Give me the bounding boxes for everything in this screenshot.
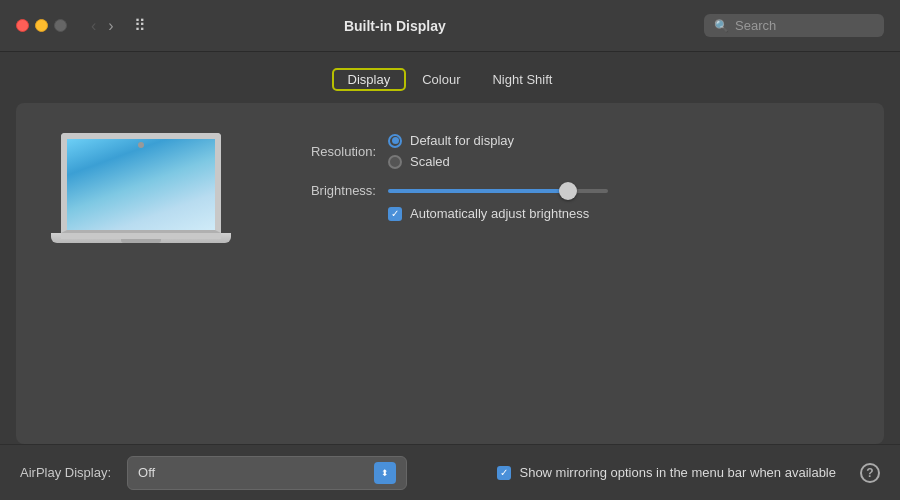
laptop-screen-inner bbox=[67, 139, 215, 230]
settings-options: Resolution: Default for display Scaled B… bbox=[286, 123, 854, 221]
resolution-label: Resolution: bbox=[286, 144, 376, 159]
brightness-label: Brightness: bbox=[286, 183, 376, 198]
minimize-button[interactable] bbox=[35, 19, 48, 32]
traffic-lights bbox=[16, 19, 67, 32]
tab-display[interactable]: Display bbox=[332, 68, 407, 91]
auto-brightness-checkbox[interactable]: ✓ bbox=[388, 207, 402, 221]
airplay-label: AirPlay Display: bbox=[20, 465, 111, 480]
radio-default[interactable]: Default for display bbox=[388, 133, 514, 148]
search-icon: 🔍 bbox=[714, 19, 729, 33]
auto-brightness-row: ✓ Automatically adjust brightness bbox=[388, 206, 854, 221]
mirror-checkbox-check-icon: ✓ bbox=[500, 468, 508, 478]
airplay-dropdown[interactable]: Off ⬍ bbox=[127, 456, 407, 490]
brightness-row: Brightness: bbox=[286, 183, 854, 198]
tab-colour[interactable]: Colour bbox=[406, 68, 476, 91]
settings-panel: Resolution: Default for display Scaled B… bbox=[16, 103, 884, 444]
resolution-radio-group: Default for display Scaled bbox=[388, 133, 514, 169]
airplay-value: Off bbox=[138, 465, 374, 480]
bottom-bar: AirPlay Display: Off ⬍ ✓ Show mirroring … bbox=[0, 444, 900, 500]
radio-scaled[interactable]: Scaled bbox=[388, 154, 514, 169]
mirror-row: ✓ Show mirroring options in the menu bar… bbox=[497, 465, 836, 480]
window-title: Built-in Display bbox=[98, 18, 692, 34]
brightness-slider-thumb[interactable] bbox=[559, 182, 577, 200]
laptop-keyboard bbox=[61, 233, 221, 239]
help-button[interactable]: ? bbox=[860, 463, 880, 483]
search-input[interactable] bbox=[735, 18, 875, 33]
laptop-base bbox=[51, 233, 231, 243]
main-content: Display Colour Night Shift Resolution: bbox=[0, 52, 900, 500]
radio-default-label: Default for display bbox=[410, 133, 514, 148]
checkbox-check-icon: ✓ bbox=[391, 209, 399, 219]
brightness-slider-track[interactable] bbox=[388, 189, 608, 193]
radio-scaled-btn[interactable] bbox=[388, 155, 402, 169]
radio-default-btn[interactable] bbox=[388, 134, 402, 148]
close-button[interactable] bbox=[16, 19, 29, 32]
laptop-illustration bbox=[46, 123, 246, 243]
laptop bbox=[61, 133, 231, 243]
auto-brightness-label: Automatically adjust brightness bbox=[410, 206, 589, 221]
resolution-row: Resolution: Default for display Scaled bbox=[286, 133, 854, 169]
radio-scaled-label: Scaled bbox=[410, 154, 450, 169]
titlebar: ‹ › ⠿ Built-in Display 🔍 bbox=[0, 0, 900, 52]
laptop-screen bbox=[61, 133, 221, 233]
maximize-button[interactable] bbox=[54, 19, 67, 32]
mirror-label: Show mirroring options in the menu bar w… bbox=[519, 465, 836, 480]
dropdown-arrow-icon: ⬍ bbox=[374, 462, 396, 484]
tab-night-shift[interactable]: Night Shift bbox=[476, 68, 568, 91]
dropdown-chevron-icon: ⬍ bbox=[381, 468, 389, 478]
brightness-slider-container[interactable] bbox=[388, 189, 608, 193]
tabs-area: Display Colour Night Shift bbox=[0, 52, 900, 103]
search-box[interactable]: 🔍 bbox=[704, 14, 884, 37]
mirror-checkbox[interactable]: ✓ bbox=[497, 466, 511, 480]
